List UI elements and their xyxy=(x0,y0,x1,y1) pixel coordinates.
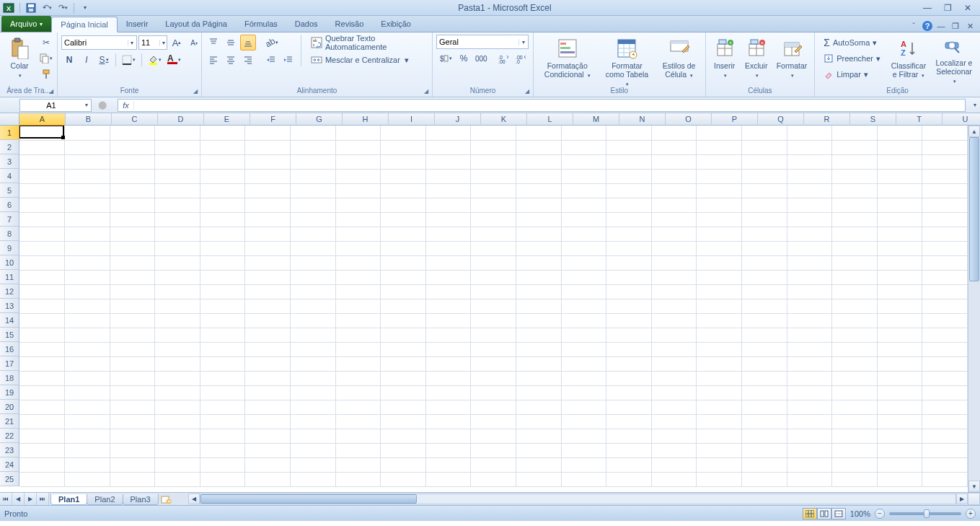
cell[interactable] xyxy=(19,183,65,198)
cell[interactable] xyxy=(245,457,291,472)
cell[interactable] xyxy=(200,429,245,443)
workbook-minimize-button[interactable]: — xyxy=(935,20,947,32)
increase-indent-button[interactable] xyxy=(281,52,296,68)
cell[interactable] xyxy=(335,472,381,486)
cell[interactable] xyxy=(561,356,606,371)
cell[interactable] xyxy=(110,472,155,486)
cell[interactable] xyxy=(606,371,652,385)
cell[interactable] xyxy=(877,443,922,457)
cell[interactable] xyxy=(200,227,245,241)
cell[interactable] xyxy=(697,371,742,385)
row-header[interactable]: 8 xyxy=(0,227,19,241)
cell[interactable] xyxy=(65,154,110,169)
qat-customize-icon[interactable]: ▾ xyxy=(79,1,92,14)
cell[interactable] xyxy=(832,313,878,328)
cell[interactable] xyxy=(291,255,336,270)
percent-button[interactable]: % xyxy=(456,51,472,66)
cell[interactable] xyxy=(291,414,336,429)
column-header[interactable]: T xyxy=(896,113,943,126)
cell[interactable] xyxy=(877,227,922,241)
cell[interactable] xyxy=(651,342,697,356)
cell[interactable] xyxy=(561,472,606,486)
cell[interactable] xyxy=(561,299,606,313)
cell[interactable] xyxy=(471,299,516,313)
ribbon-minimize-icon[interactable]: ˇ xyxy=(908,20,919,32)
cell[interactable] xyxy=(832,241,878,255)
cell[interactable] xyxy=(741,126,787,140)
cell[interactable] xyxy=(291,356,336,371)
row-header[interactable]: 9 xyxy=(0,241,19,255)
cell[interactable] xyxy=(516,443,562,457)
conditional-formatting-button[interactable]: Formatação Condicional xyxy=(537,35,597,84)
cell[interactable] xyxy=(381,284,426,299)
row-header[interactable]: 19 xyxy=(0,385,19,400)
cell[interactable] xyxy=(561,270,606,284)
column-header[interactable]: U xyxy=(943,113,980,126)
cell[interactable] xyxy=(787,241,832,255)
cell[interactable] xyxy=(606,154,652,169)
cell[interactable] xyxy=(155,183,200,198)
cell[interactable] xyxy=(787,255,832,270)
cell[interactable] xyxy=(561,429,606,443)
font-name-combo[interactable]: ▾ xyxy=(61,35,137,50)
cell[interactable] xyxy=(200,443,245,457)
number-dialog-launcher[interactable]: ◢ xyxy=(523,87,531,95)
cell[interactable] xyxy=(922,400,968,414)
cell[interactable] xyxy=(697,414,742,429)
cell[interactable] xyxy=(832,270,878,284)
cell[interactable] xyxy=(471,342,516,356)
cell[interactable] xyxy=(65,385,110,400)
cell[interactable] xyxy=(65,270,110,284)
cell[interactable] xyxy=(787,400,832,414)
cell[interactable] xyxy=(832,400,878,414)
cell[interactable] xyxy=(155,313,200,328)
sort-filter-button[interactable]: AZ Classificar e Filtrar xyxy=(887,35,930,84)
cell[interactable] xyxy=(606,227,652,241)
cell[interactable] xyxy=(155,212,200,227)
cell[interactable] xyxy=(561,227,606,241)
cell[interactable] xyxy=(561,385,606,400)
cell[interactable] xyxy=(877,328,922,342)
zoom-slider[interactable] xyxy=(889,512,961,515)
clipboard-dialog-launcher[interactable]: ◢ xyxy=(47,87,56,95)
cell[interactable] xyxy=(741,154,787,169)
cell[interactable] xyxy=(471,183,516,198)
cell[interactable] xyxy=(516,342,562,356)
cell[interactable] xyxy=(606,457,652,472)
cell[interactable] xyxy=(291,140,336,154)
cell[interactable] xyxy=(245,429,291,443)
cell[interactable] xyxy=(561,443,606,457)
cell[interactable] xyxy=(606,126,652,140)
cell[interactable] xyxy=(335,328,381,342)
cell[interactable] xyxy=(741,227,787,241)
cell[interactable] xyxy=(425,227,471,241)
cell[interactable] xyxy=(19,154,65,169)
cell[interactable] xyxy=(110,385,155,400)
cell[interactable] xyxy=(200,342,245,356)
row-header[interactable]: 7 xyxy=(0,212,19,227)
cell[interactable] xyxy=(291,154,336,169)
sheet-nav-first[interactable]: ⏮ xyxy=(0,493,12,505)
cell[interactable] xyxy=(651,457,697,472)
cell[interactable] xyxy=(561,284,606,299)
cell[interactable] xyxy=(335,140,381,154)
cell[interactable] xyxy=(606,385,652,400)
column-header[interactable]: J xyxy=(435,113,481,126)
vscroll-thumb[interactable] xyxy=(969,137,979,281)
cell[interactable] xyxy=(697,169,742,183)
name-box[interactable]: ▾ xyxy=(19,99,92,112)
cell[interactable] xyxy=(651,313,697,328)
cell[interactable] xyxy=(110,457,155,472)
row-header[interactable]: 3 xyxy=(0,154,19,169)
cell[interactable] xyxy=(291,126,336,140)
cell[interactable] xyxy=(741,385,787,400)
cell[interactable] xyxy=(877,400,922,414)
cell[interactable] xyxy=(561,414,606,429)
cell[interactable] xyxy=(110,183,155,198)
delete-cells-button[interactable]: × Excluir xyxy=(741,35,772,84)
cell[interactable] xyxy=(697,443,742,457)
tab-fórmulas[interactable]: Fórmulas xyxy=(236,16,286,32)
cell[interactable] xyxy=(65,356,110,371)
cell[interactable] xyxy=(697,400,742,414)
cell[interactable] xyxy=(606,140,652,154)
